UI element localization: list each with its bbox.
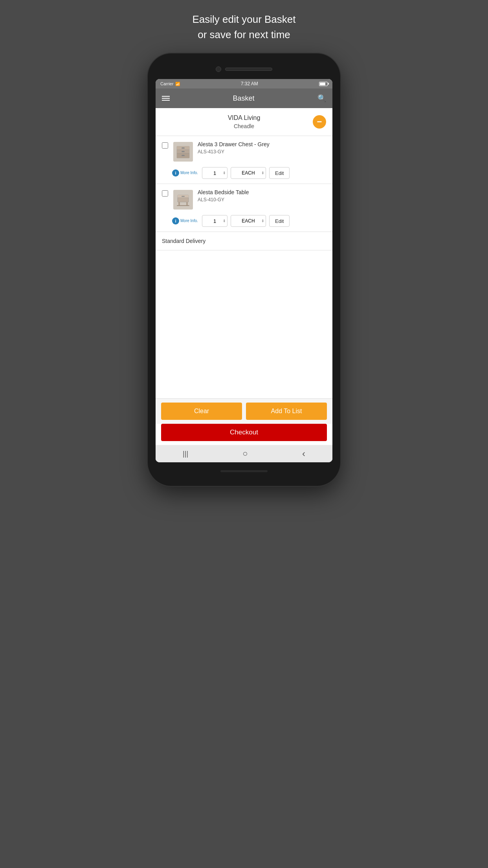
remove-supplier-button[interactable]: −	[313, 115, 326, 129]
edit-button-2[interactable]: Edit	[269, 215, 290, 227]
more-info-icon-1: i	[172, 169, 179, 177]
product-image-2	[172, 189, 194, 210]
product-checkbox-2[interactable]	[162, 190, 168, 197]
nav-bar: Basket 🔍	[156, 88, 332, 108]
checkout-button[interactable]: Checkout	[161, 424, 327, 441]
product-row-1: Alesta 3 Drawer Chest - Grey ALS-413-GY	[162, 141, 326, 162]
product-sku-1: ALS-413-GY	[198, 149, 326, 154]
battery-icon	[319, 82, 328, 86]
product-sku-2: ALS-410-GY	[198, 197, 326, 202]
product-thumbnail-2	[173, 190, 193, 210]
edit-button-1[interactable]: Edit	[269, 167, 290, 179]
unit-select-2[interactable]: EACH PAIR	[231, 215, 266, 227]
search-icon[interactable]: 🔍	[317, 94, 326, 103]
product-info-2: Alesta Bedside Table ALS-410-GY	[198, 189, 326, 202]
qty-select-2[interactable]: 1 2 3	[202, 215, 227, 227]
qty-select-wrapper-1: 1 2 3	[202, 167, 227, 179]
supplier-location: Cheadle	[162, 123, 326, 129]
product-image-1	[172, 141, 194, 162]
product-info-1: Alesta 3 Drawer Chest - Grey ALS-413-GY	[198, 141, 326, 154]
app-content: VIDA Living Cheadle −	[156, 108, 332, 462]
bedside-table-icon	[174, 191, 192, 208]
status-left: Carrier 📶	[160, 81, 180, 86]
product-item-2: Alesta Bedside Table ALS-410-GY i More I…	[156, 184, 332, 232]
camera-dot	[216, 66, 221, 72]
more-info-icon-2: i	[172, 217, 179, 224]
content-spacer	[156, 250, 332, 398]
android-nav-bar: ||| ○ ‹	[156, 445, 332, 462]
svg-rect-4	[182, 147, 185, 149]
phone-shell: Carrier 📶 7:32 AM Basket 🔍	[148, 53, 340, 486]
delivery-label: Standard Delivery	[162, 238, 205, 244]
supplier-name: VIDA Living	[162, 114, 326, 121]
unit-select-wrapper-1: EACH PAIR	[231, 167, 266, 179]
phone-top-bar	[156, 61, 332, 77]
svg-rect-5	[182, 151, 185, 152]
svg-rect-11	[182, 196, 185, 197]
status-right	[319, 82, 328, 86]
home-indicator	[220, 470, 268, 472]
qty-select-1[interactable]: 1 2 3	[202, 167, 227, 179]
unit-select-wrapper-2: EACH PAIR	[231, 215, 266, 227]
add-to-list-button[interactable]: Add To List	[246, 403, 327, 420]
back-button[interactable]: ‹	[302, 448, 305, 459]
phone-bottom-bar	[156, 464, 332, 478]
more-info-1[interactable]: i More Info.	[172, 169, 198, 177]
product-controls-2: i More Info. 1 2 3 EACH PAIR	[172, 215, 326, 227]
svg-rect-6	[182, 155, 185, 156]
more-info-text-1: More Info.	[180, 171, 198, 175]
status-bar: Carrier 📶 7:32 AM	[156, 79, 332, 88]
nav-title: Basket	[233, 94, 254, 103]
product-row-2: Alesta Bedside Table ALS-410-GY	[162, 189, 326, 210]
speaker-grille	[225, 68, 272, 71]
more-info-text-2: More Info.	[180, 219, 198, 223]
qty-select-wrapper-2: 1 2 3	[202, 215, 227, 227]
home-button[interactable]: ○	[242, 449, 248, 459]
bottom-actions: Clear Add To List	[156, 398, 332, 424]
more-info-2[interactable]: i More Info.	[172, 217, 198, 224]
supplier-section: VIDA Living Cheadle −	[156, 108, 332, 136]
battery-fill	[320, 83, 325, 85]
product-name-1: Alesta 3 Drawer Chest - Grey	[198, 141, 326, 148]
product-item-1: Alesta 3 Drawer Chest - Grey ALS-413-GY …	[156, 136, 332, 184]
clear-button[interactable]: Clear	[161, 403, 242, 420]
carrier-label: Carrier	[160, 81, 174, 86]
drawer-chest-icon	[174, 143, 192, 160]
product-controls-1: i More Info. 1 2 3 EACH PAIR	[172, 167, 326, 179]
menu-icon[interactable]	[162, 96, 170, 101]
headline: Easily edit your Basket or save for next…	[192, 12, 295, 42]
unit-select-1[interactable]: EACH PAIR	[231, 167, 266, 179]
product-name-2: Alesta Bedside Table	[198, 189, 326, 196]
status-time: 7:32 AM	[241, 81, 258, 86]
product-checkbox-1[interactable]	[162, 142, 168, 149]
headline-line1: Easily edit your Basket	[192, 12, 295, 27]
wifi-icon: 📶	[175, 82, 180, 86]
recent-apps-button[interactable]: |||	[183, 450, 188, 458]
svg-rect-15	[177, 205, 189, 206]
phone-screen: Carrier 📶 7:32 AM Basket 🔍	[156, 79, 332, 462]
headline-line2: or save for next time	[192, 27, 295, 42]
delivery-section: Standard Delivery	[156, 232, 332, 250]
product-thumbnail-1	[173, 142, 193, 162]
